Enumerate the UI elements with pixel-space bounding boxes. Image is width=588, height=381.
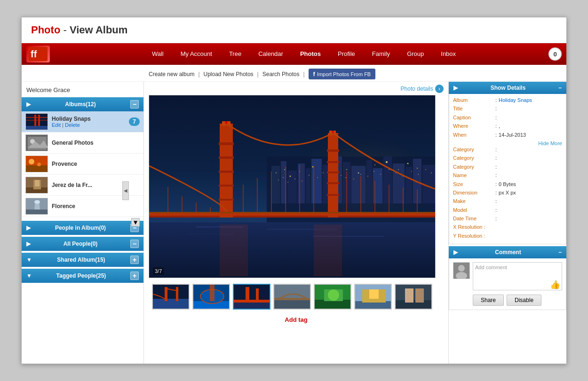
album-thumb-general xyxy=(25,134,48,151)
album-info-general: General Photos xyxy=(52,140,140,146)
facebook-icon: f xyxy=(313,70,315,78)
detail-model-label: Model xyxy=(453,207,495,214)
upload-photos-link[interactable]: Upload New Photos xyxy=(204,71,254,78)
album-item-holiday-snaps[interactable]: Holiday Snaps Edit | Delete 7 xyxy=(22,111,143,132)
thumbnail-4[interactable] xyxy=(273,284,311,310)
nav-tree[interactable]: Tree xyxy=(221,43,250,65)
comment-body: Add comment 👍 Share Disable xyxy=(449,258,566,310)
inbox-count-badge[interactable]: 0 xyxy=(548,47,562,61)
nav-group[interactable]: Group xyxy=(398,43,432,65)
svg-rect-143 xyxy=(315,300,351,310)
tagged-people-arrow: ▼ xyxy=(26,272,32,279)
sidebar: Welcome Grace ▶ Albums(12) − xyxy=(22,82,144,364)
hide-more-link[interactable]: Hide More xyxy=(453,140,562,146)
detail-name: Name : xyxy=(453,172,562,179)
photo-details-link[interactable]: Photo details › xyxy=(401,85,444,93)
tagged-people-header[interactable]: ▼ Tagged People(25) + xyxy=(22,269,143,283)
shared-album-arrow: ▼ xyxy=(26,257,32,263)
shared-album-section: ▼ Shared Album(15) + xyxy=(22,253,143,267)
nav-photos[interactable]: Photos xyxy=(292,43,329,65)
sidebar-collapse-arrow[interactable]: ◀ xyxy=(122,181,129,200)
main-photo: 3/7 xyxy=(149,95,436,278)
detail-datetime-value xyxy=(499,215,562,222)
details-section: ▶ Show Details − Album : Holiday Snaps T… xyxy=(449,82,566,244)
detail-cat3-label: Category xyxy=(453,163,495,171)
album-item-provence[interactable]: Provence xyxy=(22,154,143,175)
tagged-people-expand-button[interactable]: + xyxy=(130,272,139,280)
album-info-provence: Provence xyxy=(52,161,140,167)
detail-make-value xyxy=(499,198,562,205)
inbox-area: 0 xyxy=(548,47,562,61)
detail-when: When : 14-Jul-2013 xyxy=(453,132,562,139)
album-edit-link[interactable]: Edit xyxy=(52,122,61,128)
nav-wall[interactable]: Wall xyxy=(143,43,172,65)
comment-header[interactable]: ▶ Comment − xyxy=(449,246,566,258)
details-arrow-icon: ▶ xyxy=(453,85,458,91)
share-button[interactable]: Share xyxy=(473,295,504,306)
site-logo[interactable]: ff xyxy=(26,46,50,62)
detail-album: Album : Holiday Snaps xyxy=(453,97,562,104)
albums-label: Albums(12) xyxy=(65,101,95,108)
svg-text:ff: ff xyxy=(31,49,37,59)
detail-xres-label: X Resolution : xyxy=(453,224,495,231)
people-in-album-arrow: ▶ xyxy=(26,225,31,231)
thumbnail-6[interactable] xyxy=(354,284,392,310)
nav-myaccount[interactable]: My Account xyxy=(172,43,221,65)
details-header[interactable]: ▶ Show Details − xyxy=(449,82,566,94)
svg-rect-125 xyxy=(149,95,436,278)
details-collapse-button[interactable]: − xyxy=(558,85,562,91)
sep2: | xyxy=(257,71,259,78)
people-in-album-header[interactable]: ▶ People in Album(0) − xyxy=(22,221,143,235)
comment-buttons: Share Disable xyxy=(453,295,562,306)
nav-inbox[interactable]: Inbox xyxy=(432,43,464,65)
detail-caption: Caption : xyxy=(453,114,562,121)
create-album-link[interactable]: Create new album xyxy=(149,71,194,78)
album-name-provence: Provence xyxy=(52,161,140,167)
thumbnail-7[interactable] xyxy=(395,284,432,310)
detail-datetime-label: Date Time xyxy=(453,215,495,222)
detail-make-label: Make xyxy=(453,198,495,205)
add-tag-link[interactable]: Add tag xyxy=(149,316,444,323)
album-info-holiday: Holiday Snaps Edit | Delete xyxy=(52,116,129,128)
detail-category-2: Category : xyxy=(453,155,562,162)
svg-rect-129 xyxy=(176,287,178,301)
sub-header: Create new album | Upload New Photos | S… xyxy=(22,65,566,82)
nav-calendar[interactable]: Calendar xyxy=(250,43,292,65)
thumbnail-1[interactable] xyxy=(152,284,190,310)
shared-album-expand-button[interactable]: + xyxy=(130,256,139,264)
disable-button[interactable]: Disable xyxy=(507,295,541,306)
details-header-label: Show Details xyxy=(491,85,526,91)
shared-album-header[interactable]: ▼ Shared Album(15) + xyxy=(22,253,143,267)
thumbnail-5[interactable] xyxy=(314,284,351,310)
albums-header[interactable]: ▶ Albums(12) − xyxy=(22,97,143,111)
thumbnail-3[interactable] xyxy=(233,284,270,310)
nav-family[interactable]: Family xyxy=(364,43,398,65)
album-item-general[interactable]: General Photos xyxy=(22,132,143,154)
all-people-arrow: ▶ xyxy=(26,241,31,247)
detail-cat2-value xyxy=(499,155,562,162)
right-panel: ▶ Show Details − Album : Holiday Snaps T… xyxy=(449,82,566,364)
detail-make: Make : xyxy=(453,198,562,205)
albums-scroll-down-button[interactable]: ▼ xyxy=(131,218,140,226)
import-fb-button[interactable]: f Import Photos From FB xyxy=(309,69,376,79)
all-people-header[interactable]: ▶ All People(0) − xyxy=(22,237,143,251)
album-delete-link[interactable]: Delete xyxy=(65,122,80,128)
tagged-people-section: ▼ Tagged People(25) + xyxy=(22,269,143,283)
svg-point-23 xyxy=(34,200,40,204)
detail-caption-value xyxy=(499,114,562,121)
comment-collapse-button[interactable]: − xyxy=(558,249,562,256)
detail-size-value: 0 Bytes xyxy=(499,181,562,188)
photo-details-label: Photo details xyxy=(401,86,433,92)
svg-rect-3 xyxy=(34,115,36,128)
thumbs-up-icon: 👍 xyxy=(550,280,560,290)
albums-arrow: ▶ xyxy=(26,101,31,108)
all-people-collapse-button[interactable]: − xyxy=(130,240,139,248)
albums-collapse-button[interactable]: − xyxy=(130,100,139,109)
sep3: | xyxy=(303,71,304,78)
svg-point-155 xyxy=(458,265,465,272)
thumbnail-2[interactable] xyxy=(192,284,230,310)
comment-textarea[interactable]: Add comment xyxy=(473,262,562,290)
nav-profile[interactable]: Profile xyxy=(329,43,364,65)
detail-where-label: Where xyxy=(453,123,495,130)
search-photos-link[interactable]: Search Photos xyxy=(262,71,300,78)
